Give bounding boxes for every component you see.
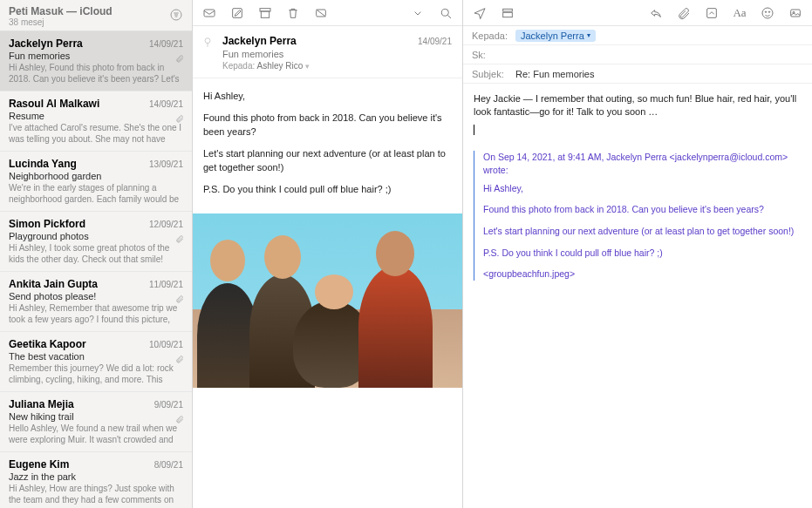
compose-subject-row[interactable]: Subjek: Re: Fun memories xyxy=(463,64,812,84)
msg-date: 13/09/21 xyxy=(149,159,183,169)
msg-subject: Send photos please! xyxy=(9,291,183,301)
msg-subject: Fun memories xyxy=(9,51,183,61)
reader-toolbar xyxy=(193,0,462,26)
header-fields-icon[interactable] xyxy=(500,5,515,21)
svg-point-17 xyxy=(762,8,773,18)
attachment-icon xyxy=(175,411,184,420)
reader-to-label: Kepada: xyxy=(222,61,255,71)
reply-arrow-icon[interactable] xyxy=(648,5,664,21)
msg-sender: Rasoul Al Malkawi xyxy=(9,98,99,110)
svg-point-12 xyxy=(205,38,210,44)
reply-icon[interactable] xyxy=(201,5,217,21)
quote-header: On Sep 14, 2021, at 9:41 AM, Jackelyn Pe… xyxy=(483,151,802,176)
reader-p1: Found this photo from back in 2018. Can … xyxy=(203,111,452,139)
msg-sender: Geetika Kapoor xyxy=(9,338,86,350)
msg-date: 14/09/21 xyxy=(149,39,183,49)
filter-icon[interactable] xyxy=(169,8,183,25)
compose-icon[interactable] xyxy=(229,5,245,21)
quote-p2: Let's start planning our next adventure … xyxy=(483,225,802,238)
msg-sender: Eugene Kim xyxy=(9,458,69,471)
msg-sender: Juliana Mejia xyxy=(9,398,74,410)
svg-point-19 xyxy=(768,11,769,12)
list-item[interactable]: Rasoul Al Malkawi14/09/21ResumeI've atta… xyxy=(0,91,192,152)
search-icon[interactable] xyxy=(438,5,454,21)
svg-rect-7 xyxy=(261,11,269,17)
reader-pane: Jackelyn Perra 14/09/21 Fun memories Kep… xyxy=(193,0,463,508)
reader-p3: P.S. Do you think I could pull off blue … xyxy=(203,182,452,197)
reader-to-value: Ashley Rico xyxy=(257,61,304,71)
svg-point-10 xyxy=(441,9,448,16)
reader-subject: Fun memories xyxy=(222,49,452,59)
msg-subject: Playground photos xyxy=(9,231,183,241)
list-item[interactable]: Juliana Mejia9/09/21New hiking trailHell… xyxy=(0,392,192,452)
quote-greeting: Hi Ashley, xyxy=(483,182,802,195)
quote-p3: P.S. Do you think I could pull off blue … xyxy=(483,247,802,260)
msg-preview: Hi Ashley, How are things? Just spoke wi… xyxy=(9,483,183,505)
list-item[interactable]: Jackelyn Perra14/09/21Fun memoriesHi Ash… xyxy=(0,31,192,91)
msg-sender: Lucinda Yang xyxy=(9,158,77,170)
svg-rect-20 xyxy=(791,10,801,17)
svg-point-18 xyxy=(765,11,766,12)
msg-preview: Hi Ashley, I took some great photos of t… xyxy=(9,242,183,265)
recipient-token[interactable]: Jackelyn Perra▾ xyxy=(515,30,596,42)
compose-subject-value: Re: Fun memories xyxy=(515,69,594,79)
archive-icon[interactable] xyxy=(257,5,273,21)
msg-preview: We're in the early stages of planning a … xyxy=(9,182,183,205)
message-list: Jackelyn Perra14/09/21Fun memoriesHi Ash… xyxy=(0,31,192,508)
msg-preview: Hi Ashley, Remember that awesome trip we… xyxy=(9,302,183,325)
msg-date: 11/09/21 xyxy=(149,280,183,289)
compose-toolbar: Aa xyxy=(463,0,812,26)
compose-to-label: Kepada: xyxy=(472,30,515,41)
msg-sender: Ankita Jain Gupta xyxy=(9,278,98,290)
msg-date: 12/09/21 xyxy=(149,220,183,229)
msg-sender: Simon Pickford xyxy=(9,218,85,230)
quoted-message: On Sep 14, 2021, at 9:41 AM, Jackelyn Pe… xyxy=(474,151,802,281)
send-icon[interactable] xyxy=(472,5,488,21)
msg-date: 10/09/21 xyxy=(149,340,183,349)
list-item[interactable]: Ankita Jain Gupta11/09/21Send photos ple… xyxy=(0,272,192,332)
svg-line-11 xyxy=(448,15,451,17)
reader-p2: Let's start planning our next adventure … xyxy=(203,146,452,175)
svg-rect-15 xyxy=(503,12,513,17)
msg-subject: New hiking trail xyxy=(9,411,183,422)
reader-to: Kepada: Ashley Rico ▾ xyxy=(222,61,452,71)
compose-to-row[interactable]: Kepada: Jackelyn Perra▾ xyxy=(463,26,812,45)
attachment-icon xyxy=(175,51,184,59)
msg-subject: The best vacation xyxy=(9,351,183,362)
attach-icon[interactable] xyxy=(676,5,692,21)
message-list-pane: Peti Masuk — iCloud 38 mesej Jackelyn Pe… xyxy=(0,0,193,508)
msg-sender: Jackelyn Perra xyxy=(9,37,83,50)
photo-browser-icon[interactable] xyxy=(788,5,803,21)
list-item[interactable]: Simon Pickford12/09/21Playground photosH… xyxy=(0,212,192,272)
svg-line-9 xyxy=(317,10,326,17)
msg-preview: Hello Ashley, We found a new trail when … xyxy=(9,423,183,445)
attachment-icon xyxy=(175,351,184,360)
msg-date: 9/09/21 xyxy=(154,400,183,410)
reader-photo xyxy=(193,213,462,388)
compose-subject-label: Subjek: xyxy=(472,69,515,79)
junk-icon[interactable] xyxy=(313,5,329,21)
compose-pane: Aa Kepada: Jackelyn Perra▾ Sk: Subjek: R… xyxy=(463,0,812,508)
compose-cc-row[interactable]: Sk: xyxy=(463,45,812,64)
compose-body[interactable]: Hey Jackie — I remember that outing, so … xyxy=(463,84,812,508)
list-item[interactable]: Geetika Kapoor10/09/21The best vacationR… xyxy=(0,332,192,392)
trash-icon[interactable] xyxy=(285,5,301,21)
reader-body: Hi Ashley, Found this photo from back in… xyxy=(193,78,462,213)
emoji-icon[interactable] xyxy=(760,5,775,21)
reader-header: Jackelyn Perra 14/09/21 Fun memories Kep… xyxy=(193,26,462,78)
list-item[interactable]: Lucinda Yang13/09/21Neighborhood gardenW… xyxy=(0,152,192,212)
markup-icon[interactable] xyxy=(704,5,720,21)
msg-date: 8/09/21 xyxy=(154,460,183,470)
svg-rect-16 xyxy=(707,8,717,17)
format-icon[interactable]: Aa xyxy=(732,5,747,21)
mailbox-title: Peti Masuk — iCloud xyxy=(9,5,113,17)
compose-text: Hey Jackie — I remember that outing, so … xyxy=(474,92,802,119)
msg-subject: Resume xyxy=(9,111,183,121)
attachment-icon xyxy=(175,291,184,300)
list-item[interactable]: Eugene Kim8/09/21Jazz in the parkHi Ashl… xyxy=(0,452,192,508)
msg-date: 14/09/21 xyxy=(149,99,183,109)
reader-greeting: Hi Ashley, xyxy=(203,89,452,104)
more-icon[interactable] xyxy=(410,5,426,21)
text-cursor xyxy=(474,125,474,135)
flag-icon[interactable] xyxy=(201,37,214,49)
